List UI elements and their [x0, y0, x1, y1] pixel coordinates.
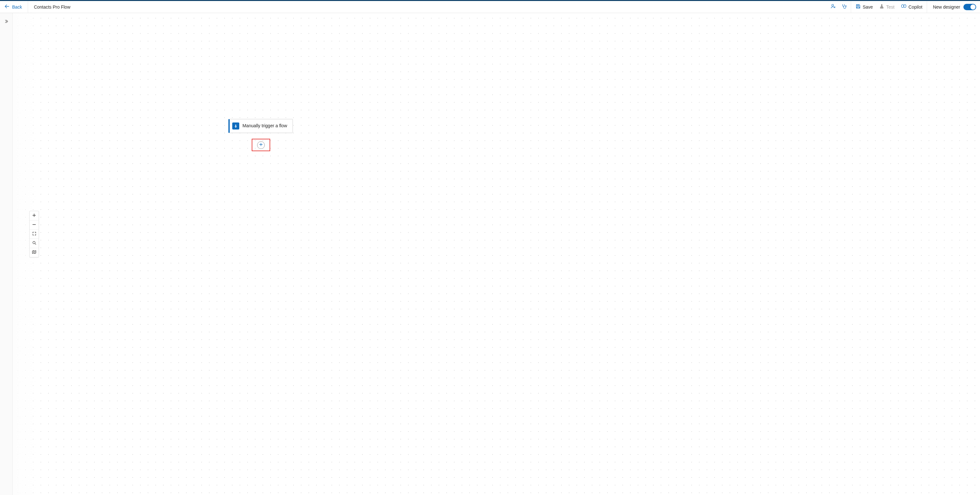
svg-point-0 — [832, 5, 834, 6]
save-icon — [856, 4, 861, 10]
command-bar-right: Save Test Copilot New designer — [828, 1, 980, 13]
new-designer-toggle[interactable] — [963, 4, 976, 10]
left-rail — [0, 13, 13, 495]
separator — [927, 1, 927, 13]
minimap-button[interactable] — [30, 248, 38, 257]
fit-screen-icon — [32, 231, 37, 237]
trigger-connector-icon — [232, 123, 239, 129]
toggle-knob — [970, 5, 975, 10]
back-button[interactable]: Back — [0, 1, 27, 13]
expand-rail-button[interactable] — [1, 17, 11, 27]
search-icon — [32, 240, 37, 246]
zoom-in-button[interactable] — [30, 211, 38, 220]
zoom-toolbar — [29, 211, 39, 257]
flask-icon — [879, 4, 884, 10]
test-button: Test — [876, 1, 898, 13]
back-button-label: Back — [12, 5, 22, 10]
minus-icon — [32, 222, 36, 228]
zoom-out-button[interactable] — [30, 220, 38, 229]
fit-to-screen-button[interactable] — [30, 230, 38, 239]
save-button-label: Save — [862, 5, 873, 10]
feedback-icon — [830, 3, 836, 10]
stethoscope-icon — [841, 3, 847, 10]
add-step-button[interactable] — [257, 141, 265, 149]
canvas-search-button[interactable] — [30, 239, 38, 248]
flow-title[interactable]: Contacts Pro Flow — [29, 1, 75, 13]
command-bar-left: Back Contacts Pro Flow — [0, 1, 75, 13]
separator — [28, 1, 28, 13]
designer-canvas[interactable]: Manually trigger a flow — [13, 13, 980, 495]
plus-icon — [259, 142, 263, 148]
copilot-icon — [901, 3, 907, 10]
map-icon — [32, 250, 37, 255]
copilot-button[interactable]: Copilot — [898, 1, 926, 13]
flow-checker-button[interactable] — [839, 1, 850, 13]
chevron-double-right-icon — [4, 19, 9, 25]
test-button-label: Test — [886, 5, 894, 10]
arrow-left-icon — [5, 4, 10, 10]
add-step-highlight-box — [252, 139, 270, 151]
separator — [851, 1, 851, 13]
trigger-card[interactable]: Manually trigger a flow — [228, 119, 293, 133]
save-button[interactable]: Save — [853, 1, 876, 13]
trigger-card-label: Manually trigger a flow — [242, 123, 287, 129]
svg-point-1 — [845, 6, 846, 7]
new-designer-label: New designer — [928, 5, 962, 10]
feedback-button[interactable] — [828, 1, 839, 13]
command-bar: Back Contacts Pro Flow Save Test — [0, 1, 980, 13]
copilot-button-label: Copilot — [908, 5, 923, 10]
plus-icon — [32, 213, 36, 218]
